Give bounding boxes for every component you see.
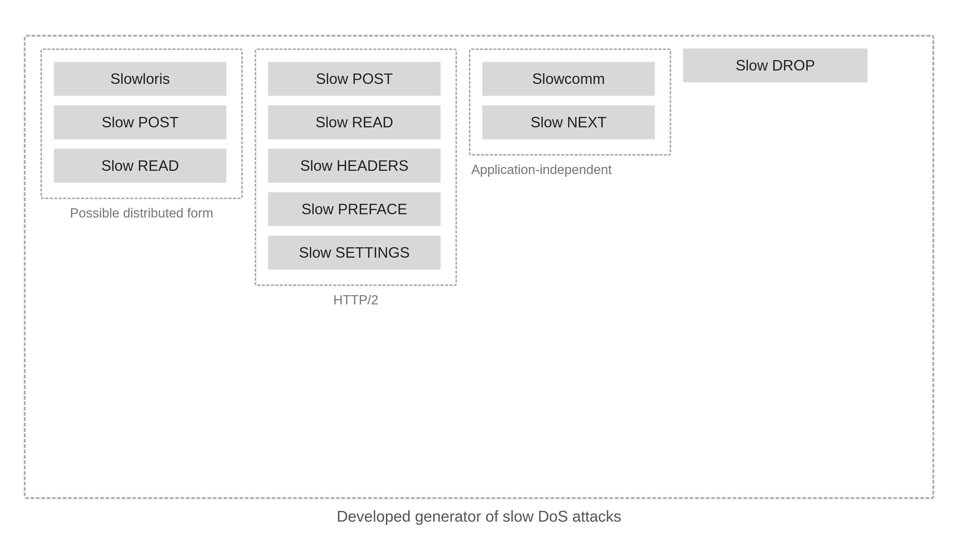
columns-row: Slowloris Slow POST Slow READ Possible d… <box>40 49 918 479</box>
col4-slow-drop: Slow DROP <box>683 49 868 82</box>
attack-slow-read-col2: Slow READ <box>268 105 441 139</box>
attack-slow-post-col2: Slow POST <box>268 62 441 96</box>
col2-http2: Slow POST Slow READ Slow HEADERS Slow PR… <box>255 49 457 308</box>
col1-possible-distributed: Slowloris Slow POST Slow READ Possible d… <box>40 49 243 221</box>
outer-label: Developed generator of slow DoS attacks <box>337 507 622 525</box>
attack-slow-headers: Slow HEADERS <box>268 149 441 183</box>
attack-slow-settings: Slow SETTINGS <box>268 236 441 270</box>
col3-inner-box: Slowcomm Slow NEXT <box>469 49 671 155</box>
attack-slowcomm: Slowcomm <box>482 62 655 96</box>
col1-label: Possible distributed form <box>70 206 213 221</box>
col3-label: Application-independent <box>469 162 612 177</box>
attack-slow-post-col1: Slow POST <box>54 105 227 139</box>
attack-slow-next: Slow NEXT <box>482 105 655 139</box>
attack-slow-read-col1: Slow READ <box>54 149 227 183</box>
col2-label: HTTP/2 <box>333 292 378 308</box>
outer-dashed-box: Slowloris Slow POST Slow READ Possible d… <box>24 35 934 499</box>
attack-slowloris: Slowloris <box>54 62 227 96</box>
attack-slow-drop: Slow DROP <box>683 49 868 82</box>
diagram-wrapper: Slowloris Slow POST Slow READ Possible d… <box>18 20 940 540</box>
attack-slow-preface: Slow PREFACE <box>268 192 441 226</box>
col3-app-independent: Slowcomm Slow NEXT Application-independe… <box>469 49 671 177</box>
col2-inner-box: Slow POST Slow READ Slow HEADERS Slow PR… <box>255 49 457 286</box>
col1-inner-box: Slowloris Slow POST Slow READ <box>40 49 243 199</box>
